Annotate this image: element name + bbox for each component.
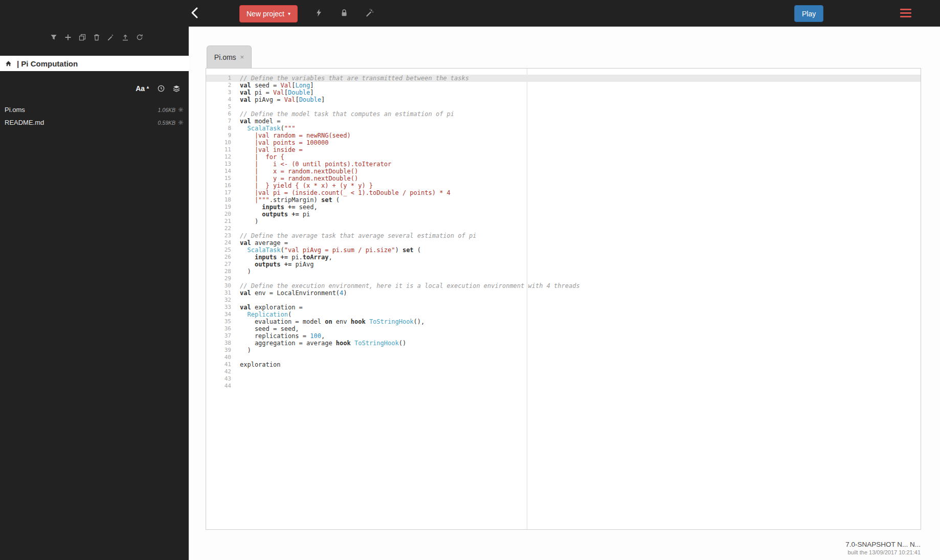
code-text <box>240 297 921 304</box>
code-text: ScalaTask("val piAvg = pi.sum / pi.size"… <box>240 247 921 254</box>
code-line[interactable]: 4val piAvg = Val[Double] <box>206 96 921 103</box>
code-line[interactable]: 34 Replication( <box>206 311 921 318</box>
code-line[interactable]: 25 ScalaTask("val piAvg = pi.sum / pi.si… <box>206 247 921 254</box>
editor-panel: 1// Define the variables that are transm… <box>206 68 921 530</box>
tab-close-icon[interactable]: × <box>240 53 244 61</box>
line-number: 43 <box>206 375 240 383</box>
line-number: 7 <box>206 118 240 125</box>
code-line[interactable]: 20 outputs += pi <box>206 211 921 218</box>
code-line[interactable]: 33val exploration = <box>206 304 921 311</box>
copy-file-icon[interactable] <box>78 33 86 41</box>
file-settings-gear-icon[interactable] <box>178 107 184 113</box>
code-line[interactable]: 10 |val points = 100000 <box>206 139 921 146</box>
line-number: 28 <box>206 268 240 275</box>
code-text: outputs += pi <box>240 211 921 218</box>
code-line[interactable]: 5 <box>206 103 921 110</box>
code-line[interactable]: 15 | y = random.nextDouble() <box>206 175 921 182</box>
line-number: 40 <box>206 354 240 361</box>
file-row[interactable]: Pi.oms1.06KB <box>0 103 189 116</box>
code-line[interactable]: 27 outputs += piAvg <box>206 261 921 268</box>
file-size: 0.59KB <box>158 120 175 126</box>
code-line[interactable]: 29 <box>206 275 921 282</box>
code-text: replications = 100, <box>240 332 921 340</box>
footer: 7.0-SNAPSHOT N... N... built the 13/09/2… <box>845 541 921 555</box>
history-clock-icon[interactable] <box>156 84 165 93</box>
code-line[interactable]: 1// Define the variables that are transm… <box>206 75 921 82</box>
code-line[interactable]: 41exploration <box>206 361 921 368</box>
new-project-label: New project <box>247 10 284 18</box>
code-line[interactable]: 35 evaluation = model on env hook ToStri… <box>206 318 921 325</box>
menu-hamburger-icon[interactable] <box>900 9 911 17</box>
code-line[interactable]: 9 |val random = newRNG(seed) <box>206 132 921 139</box>
tab-pi-oms[interactable]: Pi.oms × <box>207 46 252 68</box>
code-line[interactable]: 13 | i <- (0 until points).toIterator <box>206 161 921 168</box>
code-line[interactable]: 8 ScalaTask(""" <box>206 125 921 132</box>
code-text: inputs += pi.toArray, <box>240 254 921 261</box>
code-line[interactable]: 22 <box>206 225 921 232</box>
code-text: val piAvg = Val[Double] <box>240 96 921 103</box>
code-line[interactable]: 11 |val inside = <box>206 146 921 153</box>
code-line[interactable]: 32 <box>206 297 921 304</box>
code-line[interactable]: 24val average = <box>206 239 921 247</box>
code-line[interactable]: 38 aggregation = average hook ToStringHo… <box>206 340 921 347</box>
top-bar: New project ▾ Play <box>0 0 940 27</box>
code-line[interactable]: 42 <box>206 368 921 375</box>
code-line[interactable]: 14 | x = random.nextDouble() <box>206 168 921 175</box>
file-row[interactable]: README.md0.59KB <box>0 116 189 129</box>
line-number: 21 <box>206 218 240 225</box>
code-line[interactable]: 16 | } yield { (x * x) + (y * y) } <box>206 182 921 189</box>
code-lines: 1// Define the variables that are transm… <box>206 75 921 390</box>
file-size: 1.06KB <box>158 107 175 113</box>
code-line[interactable]: 40 <box>206 354 921 361</box>
code-text <box>240 375 921 383</box>
line-number: 34 <box>206 311 240 318</box>
font-size-control[interactable]: Aa ▲ <box>136 84 150 93</box>
code-line[interactable]: 36 seed = seed, <box>206 325 921 332</box>
filter-icon[interactable] <box>49 33 58 41</box>
code-line[interactable]: 12 | for { <box>206 153 921 161</box>
refresh-icon[interactable] <box>135 33 144 41</box>
layers-icon[interactable] <box>172 84 181 93</box>
file-name[interactable]: README.md <box>5 119 44 126</box>
lock-icon[interactable] <box>339 7 350 18</box>
add-file-icon[interactable] <box>63 33 72 41</box>
code-editor[interactable]: 1// Define the variables that are transm… <box>206 69 921 529</box>
back-icon[interactable] <box>189 6 203 20</box>
file-settings-gear-icon[interactable] <box>178 120 184 125</box>
new-project-button[interactable]: New project ▾ <box>239 5 298 23</box>
code-line[interactable]: 18 |""".stripMargin) set ( <box>206 196 921 204</box>
code-text: | i <- (0 until points).toIterator <box>240 161 921 168</box>
play-button[interactable]: Play <box>794 5 823 22</box>
code-line[interactable]: 7val model = <box>206 118 921 125</box>
code-line[interactable]: 26 inputs += pi.toArray, <box>206 254 921 261</box>
home-icon[interactable] <box>5 60 12 67</box>
code-text: // Define the model task that computes a… <box>240 110 921 118</box>
trash-icon[interactable] <box>92 33 101 41</box>
code-line[interactable]: 28 ) <box>206 268 921 275</box>
code-text: ) <box>240 268 921 275</box>
code-line[interactable]: 44 <box>206 383 921 390</box>
upload-icon[interactable] <box>121 33 129 41</box>
code-line[interactable]: 2val seed = Val[Long] <box>206 82 921 89</box>
code-line[interactable]: 17 |val pi = (inside.count(_ < 1).toDoub… <box>206 189 921 196</box>
code-line[interactable]: 23// Define the average task that averag… <box>206 232 921 239</box>
version-text: 7.0-SNAPSHOT N... N... <box>845 541 921 548</box>
code-line[interactable]: 21 ) <box>206 218 921 225</box>
run-bolt-icon[interactable] <box>313 7 324 18</box>
code-line[interactable]: 31val env = LocalEnvironment(4) <box>206 289 921 297</box>
project-breadcrumb[interactable]: | Pi Computation <box>0 56 189 71</box>
code-line[interactable]: 6// Define the model task that computes … <box>206 110 921 118</box>
tab-label: Pi.oms <box>214 53 236 61</box>
line-number: 24 <box>206 239 240 247</box>
code-line[interactable]: 3val pi = Val[Double] <box>206 89 921 96</box>
line-number: 27 <box>206 261 240 268</box>
code-line[interactable]: 30// Define the execution environment, h… <box>206 282 921 289</box>
code-line[interactable]: 43 <box>206 375 921 383</box>
line-number: 6 <box>206 110 240 118</box>
code-line[interactable]: 37 replications = 100, <box>206 332 921 340</box>
code-line[interactable]: 39 ) <box>206 347 921 354</box>
wand-icon[interactable] <box>106 33 115 41</box>
file-name[interactable]: Pi.oms <box>5 106 25 114</box>
plugin-wand-icon[interactable] <box>364 7 375 18</box>
code-line[interactable]: 19 inputs += seed, <box>206 204 921 211</box>
